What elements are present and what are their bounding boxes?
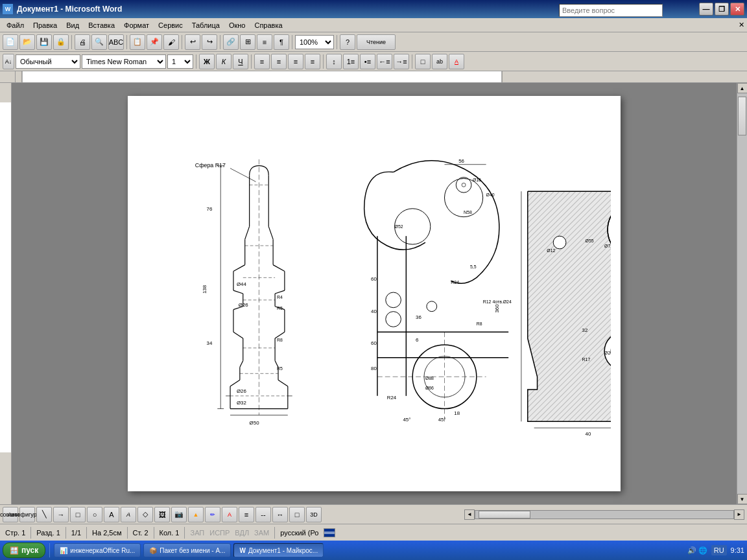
undo-button[interactable]: ↩ [185, 34, 200, 50]
svg-text:60: 60 [371, 340, 377, 346]
help-search-input[interactable] [559, 4, 663, 17]
open-button[interactable]: 📂 [19, 34, 35, 50]
menu-file[interactable]: Файл [3, 20, 28, 30]
save-button[interactable]: 💾 [36, 34, 52, 50]
autoshapes-button[interactable]: Автофигуры▼ [19, 507, 35, 522]
separator-fmt-3 [323, 54, 324, 69]
zoom-select[interactable]: 100% [295, 35, 334, 49]
svg-text:Ø40: Ø40 [486, 192, 495, 197]
align-right-button[interactable]: ≡ [288, 54, 303, 69]
scroll-down-button[interactable]: ▼ [737, 494, 748, 504]
numbered-list-button[interactable]: 1≡ [343, 54, 359, 69]
systray-lang: RU [711, 545, 727, 555]
menu-window[interactable]: Окно [225, 20, 250, 30]
dash-style-tool[interactable]: -- [255, 507, 271, 522]
menu-insert[interactable]: Вставка [84, 20, 119, 30]
italic-button[interactable]: К [216, 54, 231, 69]
svg-text:138: 138 [202, 285, 208, 294]
help-close-icon[interactable]: ✕ [739, 21, 744, 29]
style-select[interactable]: Обычный [16, 54, 80, 69]
font-select[interactable]: Times New Roman [82, 54, 166, 69]
menu-table[interactable]: Таблица [188, 20, 224, 30]
arrow-tool[interactable]: → [53, 507, 69, 522]
clipart-tool[interactable]: 🖼 [154, 507, 170, 522]
font-color-tool[interactable]: A [222, 507, 237, 522]
svg-text:18: 18 [454, 410, 460, 416]
increase-indent-button[interactable]: →≡ [394, 54, 409, 69]
hyperlink-button[interactable]: 🔗 [223, 34, 239, 50]
scroll-thumb[interactable] [738, 97, 746, 135]
svg-text:R17: R17 [582, 357, 591, 362]
line-spacing-button[interactable]: ↕ [326, 54, 342, 69]
engineering-drawing: Сфера R17 [137, 106, 611, 482]
menu-help[interactable]: Справка [250, 20, 286, 30]
main-area: Сфера R17 [0, 83, 747, 504]
help-button[interactable]: ? [340, 34, 355, 50]
scroll-right-button[interactable]: ► [734, 509, 744, 520]
align-left-button[interactable]: ≡ [254, 54, 270, 69]
underline-button[interactable]: Ч [233, 54, 248, 69]
menu-format[interactable]: Формат [120, 20, 153, 30]
font-color-button[interactable]: A [449, 54, 464, 69]
print-button[interactable]: 🖨 [75, 34, 90, 50]
line-tool[interactable]: ╲ [36, 507, 52, 522]
scroll-track[interactable] [737, 93, 747, 494]
copy-button[interactable]: 📋 [130, 34, 145, 50]
menu-view[interactable]: Вид [62, 20, 83, 30]
columns-button[interactable]: ≡ [257, 34, 272, 50]
scroll-left-button[interactable]: ◄ [464, 509, 475, 520]
textbox-tool[interactable]: A [104, 507, 119, 522]
start-button[interactable]: 🪟 пуск [3, 542, 45, 558]
bottom-toolbar: Рисование▼ Автофигуры▼ ╲ → □ ○ A A ◇ 🖼 📷… [0, 504, 747, 524]
reading-button[interactable]: Чтение [357, 34, 396, 50]
svg-text:Ø55: Ø55 [586, 239, 594, 243]
sep2 [65, 527, 66, 539]
shadow-tool[interactable]: □ [289, 507, 305, 522]
menu-edit[interactable]: Правка [29, 20, 61, 30]
taskbar-item-0[interactable]: 📊 инженеркаOffice Ru... [54, 543, 141, 557]
bold-button[interactable]: Ж [199, 54, 215, 69]
document-area[interactable]: Сфера R17 [12, 83, 737, 504]
line-color-tool[interactable]: ✏ [205, 507, 220, 522]
3d-tool[interactable]: 3D [306, 507, 322, 522]
align-center-button[interactable]: ≡ [271, 54, 287, 69]
vertical-scrollbar[interactable]: ▲ ▼ [737, 83, 747, 504]
preview-button[interactable]: 🔍 [91, 34, 107, 50]
picture-tool[interactable]: 📷 [171, 507, 187, 522]
align-justify-button[interactable]: ≡ [305, 54, 320, 69]
new-button[interactable]: 📄 [3, 34, 18, 50]
line-style-tool[interactable]: ≡ [239, 507, 254, 522]
hscroll-track[interactable] [475, 510, 734, 519]
paste-button[interactable]: 📌 [147, 34, 162, 50]
svg-text:Ø12: Ø12 [547, 248, 555, 253]
permission-button[interactable]: 🔒 [53, 34, 69, 50]
spell-button[interactable]: ABC [108, 34, 124, 50]
hscroll-thumb[interactable] [479, 511, 530, 519]
ruler-main [16, 71, 747, 83]
size-select[interactable]: 1 [167, 54, 193, 69]
oval-tool[interactable]: ○ [87, 507, 102, 522]
svg-text:R5: R5 [277, 366, 283, 371]
border-button[interactable]: □ [415, 54, 431, 69]
show-button[interactable]: ¶ [274, 34, 289, 50]
taskbar-item-1[interactable]: 📦 Пакет без имени - А... [143, 543, 231, 557]
wordart-tool[interactable]: A [121, 507, 136, 522]
scroll-up-button[interactable]: ▲ [737, 83, 748, 93]
arrow-style-tool[interactable]: ↔ [272, 507, 288, 522]
fill-color-tool[interactable]: ▲ [188, 507, 204, 522]
separator-fmt-4 [412, 54, 412, 69]
diagram-tool[interactable]: ◇ [137, 507, 153, 522]
redo-button[interactable]: ↪ [202, 34, 217, 50]
decrease-indent-button[interactable]: ←≡ [377, 54, 392, 69]
minimize-button[interactable]: — [699, 3, 713, 16]
close-button[interactable]: ✕ [730, 3, 744, 16]
status-vdl: ВДЛ [235, 529, 249, 537]
rect-tool[interactable]: □ [70, 507, 86, 522]
table-button[interactable]: ⊞ [240, 34, 255, 50]
format-painter[interactable]: 🖌 [163, 34, 179, 50]
bullet-list-button[interactable]: •≡ [360, 54, 375, 69]
menu-tools[interactable]: Сервис [154, 20, 187, 30]
highlight-button[interactable]: ab [432, 54, 447, 69]
taskbar-item-2[interactable]: W Документ1 - Майкрос... [233, 543, 324, 557]
restore-button[interactable]: ❐ [715, 3, 729, 16]
